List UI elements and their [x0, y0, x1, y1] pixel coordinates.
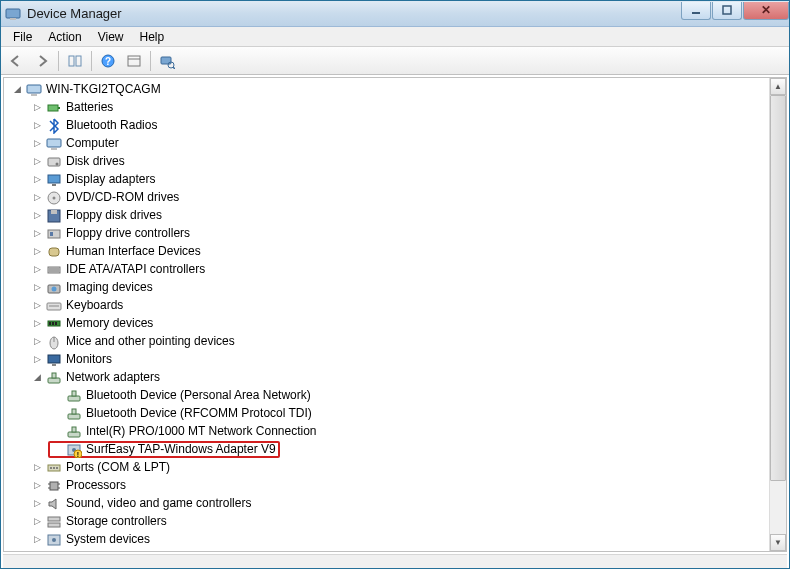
forward-button[interactable] [30, 49, 54, 73]
svg-rect-22 [52, 184, 56, 186]
svg-rect-3 [723, 6, 731, 14]
app-icon [5, 6, 21, 22]
battery-icon [46, 100, 62, 116]
tree-item[interactable]: ▷!SurfEasy TAP-Windows Adapter V9 [48, 441, 280, 458]
svg-rect-27 [48, 230, 60, 238]
tree-item[interactable]: ▷Keyboards [28, 297, 125, 314]
expand-icon[interactable]: ▷ [30, 263, 44, 277]
help-button[interactable]: ? [96, 49, 120, 73]
maximize-button[interactable] [712, 2, 742, 20]
tree-item-label: Ports (COM & LPT) [66, 459, 170, 476]
svg-point-24 [53, 196, 56, 199]
tree-item[interactable]: ▷Mice and other pointing devices [28, 333, 237, 350]
tree-item[interactable]: ▷Storage controllers [28, 513, 169, 530]
svg-rect-17 [47, 139, 61, 147]
mouse-icon [46, 334, 62, 350]
scroll-up-button[interactable]: ▲ [770, 78, 786, 95]
tree-root-label: WIN-TKGI2TQCAGM [46, 81, 161, 98]
svg-point-59 [53, 467, 55, 469]
expand-icon[interactable]: ▷ [30, 137, 44, 151]
content-area: ◢ WIN-TKGI2TQCAGM ▷Batteries▷Bluetooth R… [3, 77, 787, 552]
menu-action[interactable]: Action [40, 28, 89, 46]
svg-point-58 [50, 467, 52, 469]
expand-icon[interactable]: ▷ [30, 209, 44, 223]
minimize-button[interactable] [681, 2, 711, 20]
tree-item[interactable]: ▷DVD/CD-ROM drives [28, 189, 181, 206]
tree-item[interactable]: ▷Sound, video and game controllers [28, 495, 253, 512]
svg-rect-61 [50, 482, 58, 490]
tree-item[interactable]: ▷Floppy disk drives [28, 207, 164, 224]
properties-button[interactable] [122, 49, 146, 73]
svg-rect-8 [128, 56, 140, 66]
expand-icon[interactable]: ▷ [30, 101, 44, 115]
tree-item[interactable]: ▷Disk drives [28, 153, 127, 170]
expand-icon[interactable]: ▷ [30, 191, 44, 205]
expand-icon[interactable]: ▷ [30, 317, 44, 331]
svg-rect-2 [692, 12, 700, 14]
tree-item[interactable]: ▷Bluetooth Device (Personal Area Network… [48, 387, 313, 404]
tree-item[interactable]: ▷Human Interface Devices [28, 243, 203, 260]
tree-item[interactable]: ▷Display adapters [28, 171, 157, 188]
expand-icon[interactable]: ▷ [30, 533, 44, 547]
tree-item[interactable]: ▷IDE ATA/ATAPI controllers [28, 261, 207, 278]
menu-view[interactable]: View [90, 28, 132, 46]
tree-item[interactable]: ▷Memory devices [28, 315, 155, 332]
tree-item-label: Floppy disk drives [66, 207, 162, 224]
menu-help[interactable]: Help [132, 28, 173, 46]
device-tree[interactable]: ◢ WIN-TKGI2TQCAGM ▷Batteries▷Bluetooth R… [4, 78, 769, 551]
expand-icon[interactable]: ▷ [30, 119, 44, 133]
statusbar [3, 554, 787, 569]
tree-item[interactable]: ▷Ports (COM & LPT) [28, 459, 172, 476]
svg-rect-14 [31, 94, 37, 96]
scroll-down-button[interactable]: ▼ [770, 534, 786, 551]
tree-item[interactable]: ▷Bluetooth Device (RFCOMM Protocol TDI) [48, 405, 314, 422]
tree-item[interactable]: ▷Processors [28, 477, 128, 494]
scrollbar-thumb[interactable] [770, 95, 786, 481]
tree-item[interactable]: ▷Monitors [28, 351, 114, 368]
tree-item[interactable]: ▷Floppy drive controllers [28, 225, 192, 242]
expand-icon[interactable]: ▷ [30, 281, 44, 295]
svg-rect-48 [72, 391, 76, 396]
tree-item[interactable]: ▷Imaging devices [28, 279, 155, 296]
sound-icon [46, 496, 62, 512]
tree-item[interactable]: ▷Computer [28, 135, 121, 152]
vertical-scrollbar[interactable]: ▲ ▼ [769, 78, 786, 551]
tree-root[interactable]: ◢ WIN-TKGI2TQCAGM [8, 81, 163, 98]
scrollbar-track[interactable] [770, 95, 786, 534]
expand-icon[interactable]: ▷ [30, 335, 44, 349]
expand-icon[interactable]: ▷ [30, 479, 44, 493]
expand-icon[interactable]: ▷ [30, 299, 44, 313]
expand-icon[interactable]: ▷ [30, 155, 44, 169]
back-button[interactable] [4, 49, 28, 73]
tree-item-label: Keyboards [66, 297, 123, 314]
expand-icon[interactable]: ▷ [30, 497, 44, 511]
svg-rect-39 [52, 322, 54, 325]
tree-item[interactable]: ▷System devices [28, 531, 152, 548]
expand-icon[interactable]: ▷ [30, 245, 44, 259]
menubar: File Action View Help [1, 27, 789, 47]
computer-icon [46, 136, 62, 152]
tree-item-label: DVD/CD-ROM drives [66, 189, 179, 206]
tree-item-label: Monitors [66, 351, 112, 368]
menu-file[interactable]: File [5, 28, 40, 46]
computer-icon [26, 82, 42, 98]
imaging-icon [46, 280, 62, 296]
tree-item-label: Bluetooth Device (Personal Area Network) [86, 387, 311, 404]
show-hide-console-button[interactable] [63, 49, 87, 73]
expand-icon[interactable]: ▷ [30, 461, 44, 475]
close-button[interactable]: ✕ [743, 2, 789, 20]
tree-item[interactable]: ▷Bluetooth Radios [28, 117, 159, 134]
collapse-icon[interactable]: ◢ [30, 371, 44, 385]
svg-rect-26 [51, 210, 57, 214]
ide-icon [46, 262, 62, 278]
expand-icon[interactable]: ▷ [30, 173, 44, 187]
expand-icon[interactable]: ▷ [30, 353, 44, 367]
tree-item[interactable]: ▷Intel(R) PRO/1000 MT Network Connection [48, 423, 319, 440]
tree-item[interactable]: ◢Network adapters [28, 369, 162, 386]
expand-icon[interactable]: ▷ [30, 227, 44, 241]
collapse-icon[interactable]: ◢ [10, 83, 24, 97]
expand-icon[interactable]: ▷ [30, 515, 44, 529]
tree-item[interactable]: ▷Batteries [28, 99, 115, 116]
keyboard-icon [46, 298, 62, 314]
scan-hardware-button[interactable] [155, 49, 179, 73]
